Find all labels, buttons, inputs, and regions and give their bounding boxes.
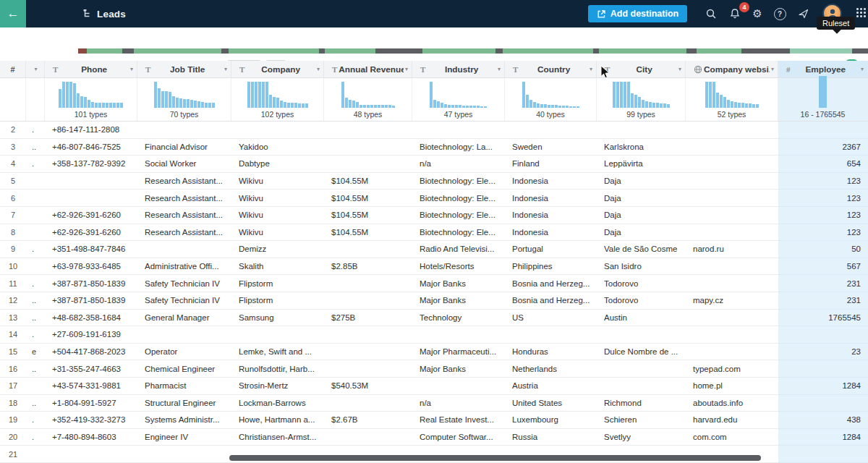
cell-city[interactable]: Vale de São Cosme — [597, 241, 686, 258]
cell-website[interactable] — [686, 207, 778, 224]
cell-industry[interactable]: Biotechnology: La... — [412, 139, 505, 156]
row-number[interactable]: 17 — [0, 378, 26, 395]
column-stats-phone[interactable]: 101 types — [45, 78, 137, 121]
cell-country[interactable]: United States — [505, 395, 597, 412]
cell-country[interactable] — [505, 122, 597, 139]
cell-employee[interactable]: 1284 — [778, 378, 868, 395]
cell-website[interactable] — [686, 139, 778, 156]
cell-phone[interactable]: +31-355-247-4663 — [45, 360, 137, 378]
cell-company[interactable]: Demizz — [231, 241, 324, 258]
cell-job[interactable]: Safety Technician IV — [137, 275, 231, 292]
cell-phone[interactable]: +43-574-331-9881 — [45, 378, 137, 395]
cell-city[interactable]: Austin — [597, 310, 686, 327]
cell-employee[interactable]: 231 — [778, 292, 868, 310]
cell-employee[interactable]: 567 — [778, 258, 868, 276]
cell-mini[interactable]: .. — [26, 292, 45, 310]
cell-industry[interactable]: Computer Softwar... — [412, 429, 505, 446]
cell-website[interactable] — [686, 156, 778, 173]
column-header-company[interactable]: TCompany▾ — [231, 61, 324, 77]
row-number[interactable]: 16 — [0, 360, 26, 378]
chevron-down-icon[interactable]: ▾ — [224, 66, 227, 72]
cell-revenue[interactable] — [324, 292, 412, 310]
cell-mini[interactable]: . — [26, 275, 45, 292]
cell-industry[interactable]: Biotechnology: Ele... — [412, 190, 505, 207]
cell-website[interactable] — [686, 326, 778, 344]
cell-mini[interactable]: .. — [26, 139, 45, 156]
row-number[interactable]: 20 — [0, 429, 26, 446]
promote-send-icon[interactable] — [796, 7, 811, 21]
chevron-down-icon[interactable]: ▾ — [678, 66, 681, 72]
cell-mini[interactable] — [26, 446, 45, 463]
cell-industry[interactable]: Major Banks — [412, 360, 505, 378]
row-number[interactable]: 7 — [0, 207, 26, 224]
cell-city[interactable]: Todorovo — [597, 292, 686, 310]
column-histogram[interactable] — [430, 82, 487, 108]
cell-revenue[interactable] — [324, 360, 412, 378]
chevron-down-icon[interactable]: ▾ — [590, 66, 592, 72]
column-histogram[interactable] — [522, 82, 579, 108]
cell-employee[interactable]: 1765545 — [778, 310, 868, 327]
column-header-job[interactable]: TJob Title▾ — [137, 61, 231, 77]
cell-country[interactable]: Honduras — [505, 344, 597, 361]
cell-phone[interactable]: +387-871-850-1839 — [45, 292, 137, 310]
cell-employee[interactable]: 23 — [778, 344, 868, 361]
cell-job[interactable]: Engineer IV — [137, 429, 231, 446]
cell-industry[interactable]: Major Banks — [412, 275, 505, 292]
row-number[interactable]: 4 — [0, 156, 26, 173]
column-header-city[interactable]: TCity▾ — [597, 61, 686, 77]
column-stats-employee[interactable]: 16 - 1765545 — [778, 78, 868, 121]
row-number[interactable]: 8 — [0, 224, 26, 242]
cell-mini[interactable]: e — [26, 344, 45, 361]
cell-country[interactable]: Indonesia — [505, 190, 597, 207]
cell-phone[interactable]: +351-498-847-7846 — [45, 241, 137, 258]
cell-employee[interactable]: 231 — [778, 275, 868, 292]
row-number[interactable]: 15 — [0, 344, 26, 361]
cell-job[interactable]: Research Assistant... — [137, 207, 231, 224]
cell-country[interactable]: Russia — [505, 429, 597, 446]
row-number[interactable]: 2 — [0, 122, 26, 139]
cell-website[interactable]: com.com — [686, 429, 778, 446]
cell-website[interactable] — [686, 310, 778, 327]
cell-employee[interactable] — [778, 122, 868, 139]
cell-city[interactable]: Daja — [597, 224, 686, 242]
cell-phone[interactable] — [45, 190, 137, 207]
cell-industry[interactable]: Real Estate Invest... — [412, 412, 505, 429]
cell-website[interactable]: mapy.cz — [686, 292, 778, 310]
cell-company[interactable]: Christiansen-Armst... — [231, 429, 324, 446]
row-number[interactable]: 3 — [0, 139, 26, 156]
cell-job[interactable]: Social Worker — [137, 156, 231, 173]
row-number[interactable]: 14 — [0, 326, 26, 344]
cell-mini[interactable] — [26, 190, 45, 207]
cell-revenue[interactable] — [324, 241, 412, 258]
cell-website[interactable]: narod.ru — [686, 241, 778, 258]
cell-revenue[interactable]: $104.55M — [324, 224, 412, 242]
cell-website[interactable]: harvard.edu — [686, 412, 778, 429]
column-histogram[interactable] — [59, 82, 123, 108]
cell-phone[interactable]: +46-807-846-7525 — [45, 139, 137, 156]
column-stats-job[interactable]: 70 types — [137, 78, 231, 121]
cell-phone[interactable]: +504-417-868-2023 — [45, 344, 137, 361]
cell-job[interactable]: Operator — [137, 344, 231, 361]
cell-revenue[interactable] — [324, 139, 412, 156]
cell-country[interactable]: Portugal — [505, 241, 597, 258]
cell-job[interactable] — [137, 122, 231, 139]
cell-employee[interactable]: 1284 — [778, 429, 868, 446]
cell-employee[interactable] — [778, 395, 868, 412]
cell-phone[interactable]: +1-804-991-5927 — [45, 395, 137, 412]
row-number[interactable]: 12 — [0, 292, 26, 310]
cell-country[interactable]: Indonesia — [505, 224, 597, 242]
row-number[interactable]: 5 — [0, 173, 26, 190]
cell-employee[interactable]: 123 — [778, 190, 868, 207]
cell-website[interactable] — [686, 344, 778, 361]
cell-phone[interactable]: +48-682-358-1684 — [45, 310, 137, 327]
cell-company[interactable]: Yakidoo — [231, 139, 324, 156]
column-header-revenue[interactable]: TAnnual Revenue▾ — [324, 61, 412, 77]
cell-job[interactable] — [137, 241, 231, 258]
add-destination-button[interactable]: Add destination — [588, 5, 687, 22]
column-histogram[interactable] — [705, 82, 759, 108]
cell-company[interactable]: Wikivu — [231, 207, 324, 224]
cell-company[interactable]: Lockman-Barrows — [231, 395, 324, 412]
cell-mini[interactable]: .. — [26, 310, 45, 327]
cell-industry[interactable]: Major Pharmaceuti... — [412, 344, 505, 361]
cell-company[interactable]: Skalith — [231, 258, 324, 276]
